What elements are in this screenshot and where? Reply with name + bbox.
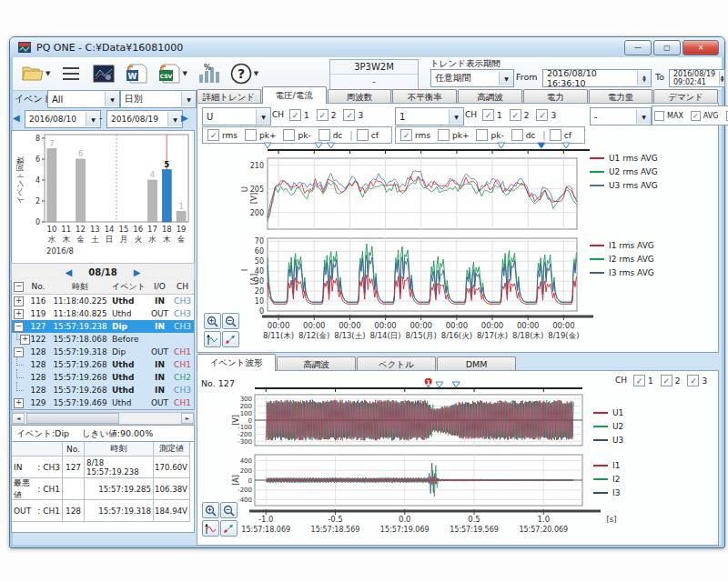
trend-tab-6[interactable]: 電力 (523, 89, 588, 104)
event-table-hscrollbar[interactable]: ◄ ► (11, 412, 195, 425)
checkbox-box[interactable] (654, 111, 664, 121)
trend-param1-select[interactable]: U▼ (202, 107, 271, 125)
from-datetime-input[interactable]: 2016/08/10 16:36:10▲▼ (542, 69, 652, 87)
waveform-compare-tool-button[interactable] (220, 520, 238, 537)
checkbox-dc[interactable]: dc (511, 129, 536, 141)
checkbox-box[interactable] (691, 111, 701, 121)
checkbox-AVG[interactable]: AVG (691, 111, 719, 121)
checkbox-box[interactable] (476, 129, 488, 141)
checkbox-2[interactable]: 2 (510, 109, 530, 121)
chevron-down-icon[interactable]: ▼ (254, 70, 258, 77)
trend-compare-tool-button[interactable] (222, 331, 239, 347)
checkbox-box[interactable] (550, 129, 561, 141)
trend-tab-5[interactable]: 高調波 (458, 89, 522, 104)
scroll-left-arrow[interactable]: ◄ (12, 413, 25, 424)
checkbox-1[interactable]: 1 (482, 109, 502, 121)
checkbox-box[interactable] (343, 109, 355, 121)
expand-icon[interactable]: + (14, 398, 24, 408)
next-day-arrow[interactable]: ▶ (134, 267, 141, 277)
collapse-all-icon[interactable]: − (14, 282, 24, 292)
percent-bars-button[interactable]: % (193, 59, 224, 88)
checkbox-box[interactable] (510, 109, 521, 121)
checkbox-box[interactable] (289, 109, 301, 121)
checkbox-box[interactable] (207, 129, 219, 141)
trend-zoom-in-button[interactable] (204, 313, 221, 329)
waveform-tab-1[interactable]: イベント波形 (197, 354, 276, 371)
waveform-zoom-out-button[interactable] (220, 502, 238, 518)
next-range-arrow[interactable]: ▶ (181, 113, 188, 123)
checkbox-box[interactable] (536, 109, 548, 121)
event-filter-select[interactable]: All▼ (47, 90, 120, 108)
checkbox-pk+[interactable]: pk+ (245, 129, 276, 141)
checkbox-pk-[interactable]: pk- (283, 129, 310, 141)
trend-tab-7[interactable]: 電力量 (589, 89, 653, 104)
scroll-thumb[interactable] (26, 413, 119, 424)
help-button[interactable]: ?▼ (226, 59, 262, 88)
event-row[interactable]: −12815:57:19.318DipOUTCH1 (12, 346, 194, 358)
checkbox-rms[interactable]: rms (400, 129, 430, 141)
waveform-tab-3[interactable]: ベクトル (357, 356, 436, 371)
close-button[interactable]: ✕ (682, 40, 719, 55)
checkbox-pk+[interactable]: pk+ (438, 129, 469, 141)
trend-tab-1[interactable]: 詳細トレンド (197, 89, 261, 104)
trend-graph-button[interactable] (88, 59, 119, 88)
trend-tab-2[interactable]: 電圧/電流 (262, 86, 327, 104)
date-from-select[interactable]: 2016/08/10▼ (25, 110, 101, 128)
event-list-button[interactable] (56, 59, 86, 88)
checkbox-box[interactable] (317, 109, 329, 121)
chevron-down-icon[interactable]: ▼ (499, 71, 513, 85)
prev-range-arrow[interactable]: ◀ (13, 113, 20, 123)
expand-icon[interactable]: + (14, 309, 24, 319)
waveform-tab-4[interactable]: DMM (437, 356, 516, 371)
event-histogram-chart[interactable]: 02468710水11木612金13土14日15月16火417水518木119金… (12, 131, 192, 261)
waveform-zoom-in-button[interactable] (202, 502, 219, 518)
checkbox-2[interactable]: 2 (317, 109, 337, 121)
view-mode-select[interactable]: 日別▼ (120, 90, 197, 108)
expand-icon[interactable]: + (20, 335, 30, 345)
checkbox-box[interactable] (482, 109, 494, 121)
title-bar[interactable]: PQ ONE - C:¥Data¥16081000 — ▢ ✕ (10, 37, 724, 57)
waveform-tab-2[interactable]: 高調波 (277, 356, 356, 371)
scroll-right-arrow[interactable]: ► (181, 413, 194, 424)
checkbox-dc[interactable]: dc (318, 129, 343, 141)
chevron-down-icon[interactable]: ▼ (181, 92, 196, 106)
checkbox-3[interactable]: 3 (343, 109, 363, 121)
period-mode-select[interactable]: 任意期間▼ (430, 69, 514, 87)
checkbox-box[interactable] (511, 129, 523, 141)
open-folder-button[interactable]: ▼ (17, 59, 54, 88)
checkbox-1[interactable]: 1 (289, 109, 309, 121)
chevron-down-icon[interactable]: ▼ (46, 70, 50, 77)
checkbox-MAX[interactable]: MAX (654, 111, 683, 121)
chevron-down-icon[interactable]: ▼ (167, 112, 182, 126)
csv-export-button[interactable]: CSV▼ (154, 59, 190, 88)
trend-param2-select[interactable]: 1▼ (395, 107, 464, 125)
maximize-button[interactable]: ▢ (653, 40, 681, 55)
trend-zoom-out-button[interactable] (222, 313, 239, 329)
date-to-select[interactable]: 2016/08/19▼ (106, 110, 183, 128)
chevron-down-icon[interactable]: ▼ (256, 109, 270, 124)
event-row[interactable]: 12815:57:19.268UthdINCH3 (12, 384, 194, 396)
chevron-down-icon[interactable]: ▼ (105, 92, 119, 106)
checkbox-rms[interactable]: rms (207, 129, 238, 141)
trend-cursor-tool-button[interactable] (204, 331, 221, 347)
event-row[interactable]: +12915:57:19.469UthdOUTCH1 (12, 396, 194, 409)
to-datetime-input[interactable]: 2016/08/19 09:02:41▲▼ (669, 69, 725, 87)
waveform-charts[interactable]: 13002001000-100-200-300[V]4002000-200-40… (197, 378, 717, 540)
checkbox-box[interactable] (245, 129, 257, 141)
trend-tab-3[interactable]: 周波数 (328, 89, 392, 104)
checkbox-cf[interactable]: cf (550, 129, 571, 141)
waveform-cursor-tool-button[interactable] (202, 520, 219, 537)
minimize-button[interactable]: — (624, 40, 652, 55)
event-row[interactable]: 12815:57:19.268UthdINCH2 (12, 371, 194, 384)
event-row[interactable]: 12815:57:19.268UthdINCH1 (12, 358, 194, 371)
chevron-down-icon[interactable]: ▼ (86, 112, 100, 126)
event-row[interactable]: +11911:18:40.825UthdOUTCH3 (12, 307, 194, 320)
chevron-down-icon[interactable]: ▼ (449, 109, 463, 124)
checkbox-3[interactable]: 3 (536, 109, 556, 121)
event-row[interactable]: −12715:57:19.238DipINCH3 (12, 320, 194, 333)
event-row[interactable]: +11611:18:40.225UthdINCH3 (12, 295, 194, 307)
spinner-icon[interactable]: ▲▼ (637, 71, 651, 85)
trend-param3-select[interactable]: -▼ (590, 107, 652, 125)
checkbox-cf[interactable]: cf (357, 129, 379, 141)
checkbox-pk-[interactable]: pk- (476, 129, 503, 141)
